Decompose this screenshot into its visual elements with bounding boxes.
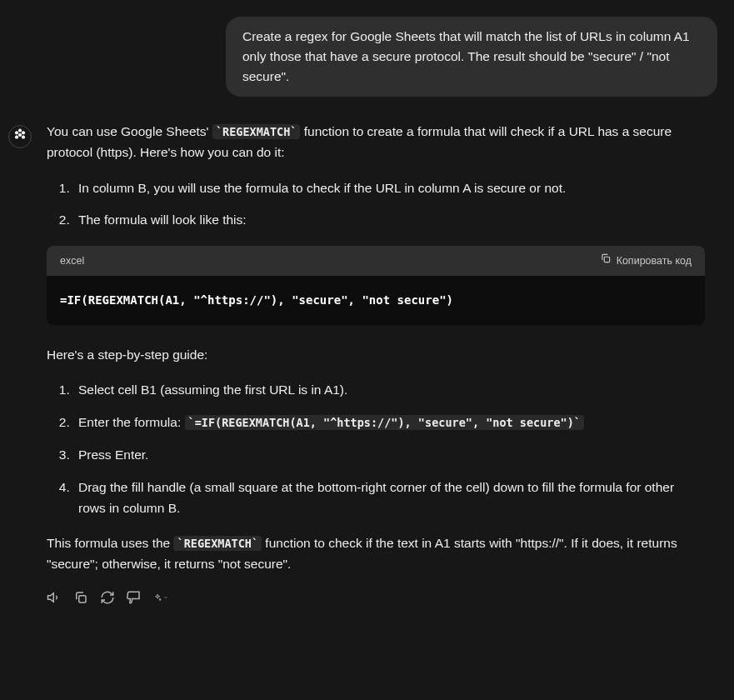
svg-rect-1 (79, 596, 86, 602)
code-language-label: excel (60, 252, 84, 269)
instruction-list-1: In column B, you will use the formula to… (47, 178, 705, 232)
list1-item-1: In column B, you will use the formula to… (73, 178, 705, 199)
list1-item-2: The formula will look like this: (73, 210, 705, 231)
sparkle-button[interactable] (153, 590, 168, 605)
inline-code-regexmatch-2: `REGEXMATCH` (173, 536, 262, 551)
intro-paragraph: You can use Google Sheets' `REGEXMATCH` … (47, 122, 705, 163)
copy-code-button[interactable]: Копировать код (600, 252, 692, 269)
chevron-down-icon (163, 593, 168, 602)
outro-text-1: This formula uses the (47, 536, 173, 550)
code-content[interactable]: =IF(REGEXMATCH(A1, "^https://"), "secure… (47, 276, 705, 324)
assistant-row: You can use Google Sheets' `REGEXMATCH` … (8, 122, 717, 605)
inline-code-regexmatch: `REGEXMATCH` (212, 124, 301, 139)
intro-text-1: You can use Google Sheets' (47, 124, 212, 138)
user-message-bubble: Create a regex for Google Sheets that wi… (226, 17, 717, 97)
list2-item-4: Drag the fill handle (a small square at … (73, 478, 705, 519)
message-actions (47, 590, 705, 605)
svg-rect-0 (604, 257, 609, 262)
instruction-list-2: Select cell B1 (assuming the first URL i… (47, 380, 705, 518)
code-header: excel Копировать код (47, 246, 705, 276)
inline-code-formula: `=IF(REGEXMATCH(A1, "^https://"), "secur… (185, 415, 584, 430)
outro-paragraph: This formula uses the `REGEXMATCH` funct… (47, 533, 705, 575)
user-message-row: Create a regex for Google Sheets that wi… (8, 17, 717, 97)
list2-item-2: Enter the formula: `=IF(REGEXMATCH(A1, "… (73, 412, 705, 433)
thumbs-down-button[interactable] (127, 590, 142, 605)
assistant-content: You can use Google Sheets' `REGEXMATCH` … (47, 122, 705, 605)
assistant-avatar (8, 125, 32, 148)
copy-icon (600, 252, 612, 269)
list2-item-1: Select cell B1 (assuming the first URL i… (73, 380, 705, 401)
list2-item2-prefix: Enter the formula: (78, 415, 185, 429)
copy-label: Копировать код (617, 252, 692, 269)
regenerate-button[interactable] (100, 590, 115, 605)
code-block: excel Копировать код =IF(REGEXMATCH(A1, … (47, 246, 705, 324)
copy-button[interactable] (73, 590, 88, 605)
user-message-text: Create a regex for Google Sheets that wi… (242, 29, 690, 83)
openai-logo-icon (13, 126, 27, 148)
read-aloud-button[interactable] (47, 590, 62, 605)
guide-intro: Here's a step-by-step guide: (47, 345, 705, 366)
list2-item-3: Press Enter. (73, 445, 705, 466)
